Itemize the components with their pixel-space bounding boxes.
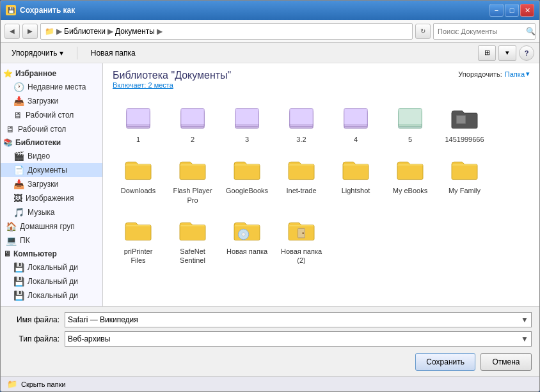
desktop-icon: 🖥 [13, 110, 22, 120]
download-icon: 📥 [13, 96, 24, 106]
svg-rect-2 [127, 109, 150, 125]
forward-button[interactable]: ▶ [22, 24, 38, 39]
folder-label-32: 3.2 [296, 135, 306, 144]
organize-button[interactable]: Упорядочить ▾ [6, 45, 69, 61]
folder-item-32[interactable]: 3.2 [276, 100, 327, 148]
folder-label-5: 5 [408, 135, 412, 144]
folder-item-inet-trade[interactable]: Inet-trade [276, 152, 327, 209]
svg-rect-11 [290, 109, 313, 125]
sidebar-item-video[interactable]: 🎬 Видео [1, 149, 102, 163]
file-grid: 1 2 [113, 100, 530, 269]
sidebar-item-disk1[interactable]: 💾 Локальный ди [1, 260, 102, 274]
folder-item-googlebooks[interactable]: GoogleBooks [221, 152, 273, 209]
filetype-label: Тип файла: [8, 334, 60, 343]
sidebar-item-images[interactable]: 🖼 Изображения [1, 191, 102, 205]
filename-value: Safari — Википедия [68, 315, 138, 324]
cancel-button[interactable]: Отмена [480, 353, 532, 371]
hide-folders-bar[interactable]: 📁 Скрыть папки [1, 376, 539, 391]
folder-label-downloads: Downloads [121, 186, 155, 195]
sidebar-item-disk2[interactable]: 💾 Локальный ди [1, 274, 102, 288]
folder-label-3: 3 [245, 135, 249, 144]
sort-value-button[interactable]: Папка ▾ [505, 70, 530, 78]
filetype-input[interactable]: Веб-архивы ▼ [65, 331, 532, 347]
folder-item-1451999666[interactable]: 1451999666 [439, 100, 490, 148]
sidebar-item-desktop2[interactable]: 🖥 Рабочий стол [1, 122, 102, 136]
folder-item-new-folder1[interactable]: Новая папка [221, 212, 273, 270]
music-icon: 🎵 [13, 207, 24, 217]
sidebar-item-downloads1[interactable]: 📥 Загрузки [1, 94, 102, 108]
sidebar-item-desktop1[interactable]: 🖥 Рабочий стол [1, 108, 102, 122]
folder-item-3[interactable]: 3 [221, 100, 273, 148]
sidebar-favorites-label: Избранное [15, 69, 56, 78]
search-icon[interactable]: 🔍 [526, 27, 536, 36]
folder-item-my-ebooks[interactable]: My eBooks [385, 152, 436, 209]
folder-item-priprinter[interactable]: priPrinter Files [113, 212, 164, 270]
folder-label-lightshot: Lightshot [342, 186, 370, 195]
main-area: ⭐ Избранное 🕐 Недавние места 📥 Загрузки … [1, 63, 539, 306]
sidebar-item-music[interactable]: 🎵 Музыка [1, 205, 102, 219]
maximize-button[interactable]: □ [505, 4, 519, 17]
help-button[interactable]: ? [519, 45, 534, 61]
folder-label-safenet: SafeNet Sentinel [170, 247, 215, 265]
bottom-bar: Имя файла: Safari — Википедия ▼ Тип файл… [1, 306, 539, 376]
save-button[interactable]: Сохранить [415, 353, 475, 371]
sidebar-item-pc[interactable]: 💻 ПК [1, 233, 102, 247]
filename-label: Имя файла: [8, 315, 60, 324]
sidebar-item-homegroup[interactable]: 🏠 Домашняя груп [1, 219, 102, 233]
filename-row: Имя файла: Safari — Википедия ▼ [8, 312, 532, 327]
folder-item-2[interactable]: 2 [167, 100, 218, 148]
refresh-button[interactable]: ↻ [415, 24, 431, 39]
content-area: Библиотека "Документы" Включает: 2 места… [103, 63, 539, 306]
svg-rect-14 [344, 109, 367, 125]
path-part2: Документы [115, 27, 155, 36]
folder-item-4[interactable]: 4 [330, 100, 381, 148]
view-dropdown-button[interactable]: ▾ [498, 45, 516, 61]
address-bar: ◀ ▶ 📁 ▶ Библиотеки ▶ Документы ▶ ↻ 🔍 [1, 20, 539, 43]
sidebar-item-documents[interactable]: 📄 Документы [1, 163, 102, 177]
search-input[interactable] [438, 27, 526, 35]
svg-rect-8 [235, 109, 258, 125]
pc-icon: 💻 [6, 235, 17, 246]
dialog-title: Сохранить как [20, 6, 75, 15]
path-icon: 📁 [45, 27, 54, 36]
folder-item-safenet[interactable]: SafeNet Sentinel [167, 212, 218, 270]
back-button[interactable]: ◀ [4, 24, 20, 39]
sidebar-item-recent[interactable]: 🕐 Недавние места [1, 80, 102, 94]
library-title: Библиотека "Документы" [113, 70, 231, 81]
filename-input[interactable]: Safari — Википедия ▼ [65, 312, 532, 327]
close-button[interactable]: ✕ [520, 4, 534, 17]
folder-label-my-ebooks: My eBooks [393, 186, 427, 195]
title-icon: 💾 [6, 5, 16, 15]
homegroup-icon: 🏠 [6, 221, 17, 231]
toolbar: Упорядочить ▾ Новая папка ⊞ ▾ ? [1, 43, 539, 63]
folder-item-1[interactable]: 1 [113, 100, 164, 148]
sidebar-item-disk3[interactable]: 💾 Локальный ди [1, 288, 102, 302]
folder-item-lightshot[interactable]: Lightshot [330, 152, 381, 209]
folder-item-downloads[interactable]: Downloads [113, 152, 164, 209]
video-icon: 🎬 [13, 151, 24, 161]
sidebar-group-libraries[interactable]: 📚 Библиотеки [1, 136, 102, 149]
sidebar-group-favorites[interactable]: ⭐ Избранное [1, 67, 102, 80]
library-subtitle[interactable]: Включает: 2 места [113, 81, 231, 89]
minimize-button[interactable]: − [489, 4, 504, 17]
images-icon: 🖼 [13, 193, 22, 203]
sidebar-item-downloads2[interactable]: 📥 Загрузки [1, 177, 102, 191]
folder-item-new-folder2[interactable]: Новая папка (2) [276, 212, 327, 270]
filename-dropdown-arrow[interactable]: ▼ [521, 315, 528, 324]
folder-item-5[interactable]: 5 [385, 100, 436, 148]
svg-point-20 [242, 233, 245, 236]
address-path[interactable]: 📁 ▶ Библиотеки ▶ Документы ▶ [40, 23, 413, 40]
search-box[interactable]: 🔍 [433, 23, 536, 40]
folder-label-priprinter: priPrinter Files [116, 247, 161, 265]
sidebar: ⭐ Избранное 🕐 Недавние места 📥 Загрузки … [1, 63, 103, 306]
libraries-icon: 📚 [3, 138, 13, 147]
action-row: Сохранить Отмена [8, 353, 532, 371]
svg-rect-17 [399, 109, 422, 125]
view-toggle-button[interactable]: ⊞ [478, 45, 496, 61]
filetype-dropdown-arrow[interactable]: ▼ [521, 334, 528, 343]
folder-item-flash-player-pro[interactable]: Flash Player Pro [167, 152, 218, 209]
sidebar-group-computer[interactable]: 🖥 Компьютер [1, 247, 102, 260]
new-folder-button[interactable]: Новая папка [85, 45, 141, 61]
downloads2-icon: 📥 [13, 179, 24, 189]
folder-item-my-family[interactable]: My Family [439, 152, 490, 209]
